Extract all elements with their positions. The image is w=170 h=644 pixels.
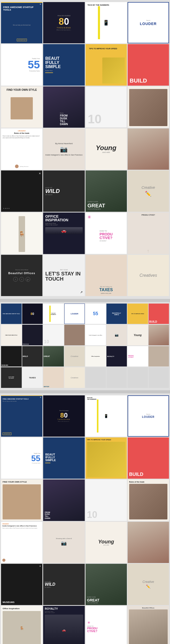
thumb-lets-stay[interactable]: LET'S STAYIN TOUCH: [1, 367, 22, 388]
thumb-louder[interactable]: LOUDER: [64, 304, 85, 324]
thumb-royalty[interactable]: ROYALTY: [106, 346, 127, 367]
card-build[interactable]: BUILD: [128, 44, 169, 85]
card-startup[interactable]: FREE AWESOME STARTUP TOOLS We can help y…: [1, 2, 42, 43]
card-office-insp[interactable]: 🪑: [1, 213, 42, 254]
google-plus-icon[interactable]: g+: [26, 277, 30, 282]
med-museums-close[interactable]: ✕: [39, 565, 41, 567]
med-offices-title: Beautiful Offices: [129, 607, 168, 609]
med-card-instagram[interactable]: Lifestyleni Inside Instagram's new offic…: [1, 522, 42, 563]
med-card-great[interactable]: SUPER GUIDE GREAT nature photography: [86, 564, 127, 605]
card-lets-stay[interactable]: Story by James Morart Beautiful Offices …: [1, 255, 42, 296]
facebook-icon[interactable]: f: [13, 277, 18, 282]
med-card-find[interactable]: FIND YOUR OWN STYLE: [1, 479, 42, 521]
beautifully-accent-bar: [45, 72, 53, 73]
thumb-tech[interactable]: TECH BYNUMBERS: [43, 304, 64, 324]
med-card-beautifully[interactable]: BEAUTIFULLYSIMPLE: [43, 437, 84, 479]
thumb-startup-title: FREE AWESOME STARTUP TOOLS: [2, 313, 20, 315]
med-card-tech[interactable]: 📱 TECH BYTHE NUMBERS: [86, 395, 127, 437]
card-instagram[interactable]: Lifestyleni Rules of the trade How to st…: [1, 128, 42, 170]
med-card-young[interactable]: Young and wild: [86, 522, 127, 563]
med-thousand-num: 80: [60, 412, 68, 419]
card-55-number: 55: [28, 59, 40, 70]
thumb-beautifully-title: BEAUTIFULLYSIMPLE: [112, 312, 121, 315]
card-thousand[interactable]: How Ad-stratted 80 THOUSAND When is the …: [43, 2, 84, 43]
card-thousand-label: THOUSAND: [57, 27, 71, 29]
small-grid-row4: LET'S STAYIN TOUCH TAXES WATER Creatives: [1, 367, 169, 388]
museums-close-icon[interactable]: ✕: [39, 172, 41, 175]
thumb-find-style[interactable]: FIND YOUR OWN STYLE: [1, 325, 22, 345]
med-card-rules[interactable]: Rules of the trade: [128, 479, 169, 521]
card-from-dusk[interactable]: from FROMDUSKTILLDAWN: [43, 86, 84, 128]
card-woman-photo[interactable]: [128, 128, 169, 170]
med-card-startup[interactable]: FREE AWESOME STARTUP TOOLS We can help y…: [1, 395, 42, 437]
thumb-10[interactable]: 10: [43, 325, 64, 345]
thumb-creative[interactable]: Creative: [64, 346, 85, 367]
med-card-dusk[interactable]: FROMDUSKTILLDAWN: [43, 479, 84, 521]
med-card-royalty[interactable]: ROYALTY Rolls Royce GhostWhat it's like …: [43, 606, 84, 644]
thumb-woman[interactable]: [149, 325, 169, 345]
card-55-sub: Productivity Hacks: [29, 70, 40, 72]
thumb-tech-bar: [49, 306, 51, 322]
thumb-camera[interactable]: 📷: [106, 325, 127, 345]
card-creatives[interactable]: Creatives: [128, 255, 169, 296]
med-card-build[interactable]: BUILD: [128, 437, 169, 479]
med-card-tips[interactable]: TIPS TO IMPROVE YOUR SPEED: [86, 437, 127, 479]
card-water[interactable]: We are losing our TAXES quicker every ye…: [86, 255, 127, 296]
thumb-beautifully[interactable]: BEAUTIFULLYSIMPLE: [106, 304, 127, 324]
thumb-offices[interactable]: [149, 346, 169, 367]
med-card-office-insp[interactable]: Office Inspiration 🪑: [1, 606, 42, 644]
card-taxes[interactable]: PAY YOUR LET'S STAY IN TOUCH ↗: [43, 255, 84, 296]
thumb-build[interactable]: BUILD: [149, 304, 169, 324]
card-rules[interactable]: [128, 86, 169, 128]
card-notebook[interactable]: Creative ✏️: [128, 170, 169, 212]
med-great-sub: nature photography: [87, 602, 125, 604]
card-10[interactable]: 10: [86, 86, 127, 128]
thumb-taxes[interactable]: TAXES: [22, 367, 43, 388]
med-card-wild[interactable]: you're still WILD BY NIGHT: [43, 564, 84, 605]
card-tech[interactable]: 📱 TECH BY THE NUMBERS: [86, 2, 127, 43]
card-great[interactable]: SUPER GUIDE GREAT nature photography: [86, 170, 127, 212]
card-camera[interactable]: By Anna Haverford 📷 Inside Instagram's n…: [43, 128, 84, 170]
thumb-young[interactable]: Young: [127, 325, 148, 345]
thumb-water[interactable]: WATER: [43, 367, 64, 388]
thumb-wild[interactable]: WILD: [22, 346, 43, 367]
card-museums[interactable]: ✕ ★ ★ ★ ★: [1, 170, 42, 212]
med-card-55[interactable]: Totally Free 55 Productivity Hacks: [1, 437, 42, 479]
card-offices[interactable]: PRODU CTIVE? —: [128, 213, 169, 254]
close-icon[interactable]: ✕: [40, 3, 41, 5]
card-royalty[interactable]: Office Inspiration Rolls Royce GhostWhat…: [43, 213, 84, 254]
card-young[interactable]: Young and wild: [86, 128, 127, 170]
med-startup-close[interactable]: ✕: [40, 396, 41, 398]
card-tips[interactable]: TIPS TO IMPROVE YOUR SPEED: [86, 44, 127, 85]
med-card-offices[interactable]: Beautiful Offices: [128, 606, 169, 644]
card-55[interactable]: Totally Free 55 Productivity Hacks: [1, 44, 42, 85]
med-card-productive[interactable]: ✳ HOW TO PRODUCTIVE?: [86, 606, 127, 644]
med-card-museums[interactable]: ✕ MUSEUMS: [1, 564, 42, 605]
thumb-creatives-script[interactable]: Creatives: [64, 367, 85, 388]
thumb-tips[interactable]: TIPS TO IMPROVE SPEED: [127, 304, 148, 324]
med-card-thousand[interactable]: How Ad-stratted 80 THOUSAND When is the …: [43, 395, 84, 437]
thumb-museums[interactable]: MUSEUMS: [1, 346, 22, 367]
twitter-icon[interactable]: t: [19, 277, 24, 282]
card-beautifully[interactable]: BEAUTIFULLYSIMPLE Builder Floor: [43, 44, 84, 85]
thumb-55[interactable]: 55: [85, 304, 106, 324]
med-card-camera[interactable]: Shooting with a Zenit-E 📷: [43, 522, 84, 563]
thumb-rules[interactable]: [64, 325, 85, 345]
thumb-startup[interactable]: FREE AWESOME STARTUP TOOLS: [1, 304, 22, 324]
med-card-louder[interactable]: How to LOUDER: [128, 395, 169, 437]
thumb-productive[interactable]: PRODUCTIVE?: [127, 346, 148, 367]
thumb-instagram[interactable]: Inside Instagram's new office: [85, 325, 106, 345]
med-card-10[interactable]: 10: [86, 479, 127, 521]
phone-icon: 📱: [103, 20, 109, 26]
card-productive[interactable]: ✳ HOW TO PRODUCTIVE? OR MORE?: [86, 213, 127, 254]
card-louder[interactable]: How to LOUDER: [128, 2, 169, 43]
med-museums-title: MUSEUMS: [3, 601, 41, 604]
card-find-style[interactable]: FIND YOUR OWN STYLE: [1, 86, 42, 128]
thumb-great[interactable]: GREAT: [43, 346, 64, 367]
med-card-creative[interactable]: Creative ✏️: [128, 564, 169, 605]
thumb-thousand[interactable]: 80: [22, 304, 43, 324]
thumb-from-dusk[interactable]: FROM DUSK: [22, 325, 43, 345]
thumb-office-insp[interactable]: Office Inspiration: [85, 346, 106, 367]
card-wild[interactable]: you're still WILD BY NIGHT: [43, 170, 84, 212]
med-card-woman[interactable]: [128, 522, 169, 563]
